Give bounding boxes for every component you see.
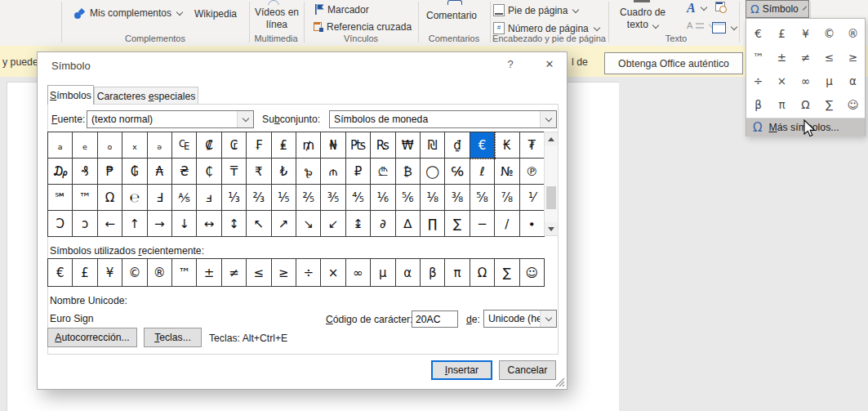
symbol-cell[interactable]: © <box>817 21 841 45</box>
symbol-cell[interactable]: ≠ <box>222 259 247 287</box>
cross-reference-button[interactable]: Referencia cruzada <box>314 21 412 33</box>
footer-button[interactable]: Pie de página <box>493 4 578 16</box>
symbol-cell[interactable]: £ <box>770 21 794 45</box>
symbol-cell[interactable]: ₦ <box>321 132 345 159</box>
get-genuine-office-button[interactable]: Obtenga Office auténtico <box>604 52 743 74</box>
symbol-cell[interactable]: ™ <box>746 45 770 69</box>
symbol-cell[interactable]: ℠ <box>48 185 73 211</box>
symbol-cell[interactable]: ₾ <box>371 159 395 185</box>
symbol-cell[interactable]: ± <box>770 45 794 69</box>
symbol-cell[interactable]: ₰ <box>73 159 97 185</box>
symbol-cell[interactable]: ↘ <box>296 211 321 237</box>
symbol-cell[interactable]: ⅞ <box>495 185 519 211</box>
symbol-cell[interactable]: ÷ <box>296 259 321 287</box>
symbol-cell[interactable]: ₿ <box>396 159 421 185</box>
symbol-cell[interactable]: ¥ <box>98 259 122 287</box>
symbol-cell[interactable]: π <box>445 259 470 287</box>
symbol-cell[interactable]: © <box>122 259 147 287</box>
symbol-cell[interactable]: ₒ <box>98 132 122 159</box>
symbol-cell[interactable]: π <box>770 92 794 116</box>
symbol-cell[interactable]: Ω <box>470 259 495 287</box>
symbol-cell[interactable]: ÷ <box>746 69 770 92</box>
symbol-cell[interactable]: ⅔ <box>247 185 271 211</box>
symbol-cell[interactable]: € <box>48 259 73 287</box>
symbol-cell[interactable]: β <box>746 92 770 116</box>
symbol-cell[interactable]: № <box>495 159 519 185</box>
symbol-cell[interactable]: ∞ <box>346 259 371 287</box>
symbol-cell[interactable]: € <box>470 132 495 159</box>
symbol-cell[interactable]: ℮ <box>122 185 147 211</box>
insert-button[interactable]: Insertar <box>431 360 492 380</box>
wikipedia-button[interactable]: Wikipedia <box>194 8 237 20</box>
symbol-cell[interactable]: ⅎ <box>197 185 221 211</box>
bookmark-button[interactable]: Marcador <box>314 3 369 16</box>
symbol-cell[interactable]: ∑ <box>817 92 841 116</box>
symbol-cell[interactable]: ® <box>148 259 172 287</box>
symbol-cell[interactable]: ₠ <box>172 132 197 159</box>
autocorrect-button[interactable]: Autocorrección... <box>47 328 137 347</box>
symbol-button[interactable]: Ω Símbolo <box>746 0 809 18</box>
symbol-cell[interactable]: ↨ <box>346 211 371 237</box>
symbol-cell[interactable]: ¥ <box>794 21 817 45</box>
symbol-cell[interactable]: ↄ <box>73 211 97 237</box>
symbol-cell[interactable]: ↑ <box>122 211 147 237</box>
symbol-cell[interactable]: € <box>746 21 770 45</box>
symbol-cell[interactable]: ₳ <box>148 159 172 185</box>
symbol-cell[interactable]: α <box>841 69 865 92</box>
symbol-cell[interactable]: ₔ <box>148 132 172 159</box>
symbol-cell[interactable]: ₪ <box>421 132 445 159</box>
symbol-cell[interactable]: ₯ <box>48 159 73 185</box>
symbol-cell[interactable]: × <box>770 69 794 92</box>
symbol-cell[interactable]: ∆ <box>396 211 421 237</box>
symbol-cell[interactable]: ₨ <box>371 132 395 159</box>
symbol-cell[interactable]: ⅕ <box>272 185 296 211</box>
symbol-cell[interactable]: ₵ <box>197 159 221 185</box>
symbol-cell[interactable]: − <box>470 211 495 237</box>
symbol-cell[interactable]: ± <box>197 259 221 287</box>
symbol-cell[interactable]: ₧ <box>346 132 371 159</box>
symbol-cell[interactable]: ₭ <box>495 132 519 159</box>
symbol-cell[interactable]: ₑ <box>73 132 97 159</box>
symbol-cell[interactable]: ⅖ <box>296 185 321 211</box>
help-button[interactable]: ? <box>500 56 521 73</box>
date-time-button[interactable] <box>715 2 727 13</box>
symbol-cell[interactable]: Ω <box>98 185 122 211</box>
symbol-cell[interactable]: ₐ <box>48 132 73 159</box>
symbol-cell[interactable]: ∂ <box>371 211 395 237</box>
symbol-cell[interactable]: ∕ <box>495 211 519 237</box>
comment-button[interactable]: Comentario <box>426 10 477 21</box>
symbol-cell[interactable]: ⅝ <box>470 185 495 211</box>
font-select[interactable]: (texto normal) <box>87 110 254 128</box>
symbol-cell[interactable]: ℗ <box>520 159 545 185</box>
symbol-cell[interactable]: ™ <box>73 185 97 211</box>
symbol-cell[interactable]: ∑ <box>495 259 519 287</box>
symbol-cell[interactable]: ₲ <box>122 159 147 185</box>
symbol-cell[interactable]: → <box>148 211 172 237</box>
symbol-cell[interactable]: ₡ <box>197 132 221 159</box>
symbol-cell[interactable]: ∏ <box>421 211 445 237</box>
symbol-cell[interactable]: ≥ <box>841 45 865 69</box>
shortcut-key-button[interactable]: Teclas... <box>144 328 202 347</box>
symbol-cell[interactable]: Ↄ <box>48 211 73 237</box>
symbol-cell[interactable]: ₩ <box>396 132 421 159</box>
symbol-cell[interactable]: μ <box>371 259 395 287</box>
symbol-cell[interactable]: ≤ <box>817 45 841 69</box>
cancel-button[interactable]: Cancelar <box>499 360 556 380</box>
symbol-cell[interactable]: ↕ <box>222 211 247 237</box>
symbol-cell[interactable]: ← <box>98 211 122 237</box>
symbol-cell[interactable]: β <box>421 259 445 287</box>
symbol-cell[interactable]: ∙ <box>520 211 545 237</box>
symbol-cell[interactable]: ₽ <box>346 159 371 185</box>
wordart-button[interactable]: A <box>687 1 706 16</box>
symbol-cell[interactable]: ◯ <box>421 159 445 185</box>
subset-select[interactable]: Símbolos de moneda <box>329 110 557 128</box>
symbol-cell[interactable]: ≤ <box>247 259 271 287</box>
symbol-cell[interactable]: ® <box>841 21 865 45</box>
symbol-cell[interactable]: ⅗ <box>321 185 345 211</box>
grid-scrollbar[interactable] <box>544 132 559 236</box>
page-number-button[interactable]: # Número de página <box>493 22 599 34</box>
symbol-cell[interactable]: ⅘ <box>346 185 371 211</box>
symbol-cell[interactable]: ⅛ <box>421 185 445 211</box>
object-button[interactable] <box>712 22 737 34</box>
symbol-cell[interactable]: ₻ <box>296 159 321 185</box>
